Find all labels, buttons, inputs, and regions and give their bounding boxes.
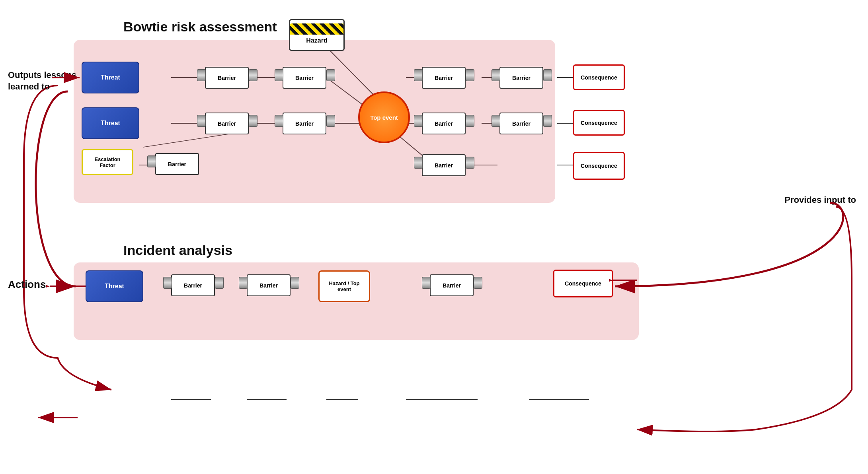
- reel-2-1-right: [249, 115, 257, 127]
- top-event-circle: Top event: [358, 91, 410, 143]
- reel-r1-2-left: [492, 69, 500, 81]
- consequence-box-1: Consequence: [573, 64, 625, 90]
- incident-reel-3-right: [474, 277, 482, 289]
- reel-r2-2-right: [543, 115, 552, 127]
- reel-1-2-left: [275, 69, 283, 81]
- incident-title: Incident analysis: [123, 243, 232, 258]
- reel-r1-1-right: [466, 69, 474, 81]
- barrier-box-2-1: Barrier: [205, 113, 249, 134]
- barrier-box-r3: Barrier: [422, 154, 466, 176]
- reel-1-1-left: [197, 69, 206, 81]
- hazard-stripes: [290, 23, 343, 35]
- barrier-box-1-1: Barrier: [205, 67, 249, 89]
- reel-r2-1-left: [414, 115, 423, 127]
- barrier-box-r1-1: Barrier: [422, 67, 466, 89]
- incident-barrier-2: Barrier: [247, 274, 291, 296]
- consequence-box-2: Consequence: [573, 110, 625, 136]
- barrier-box-1-2: Barrier: [283, 67, 326, 89]
- bowtie-title: Bowtie risk assessment: [123, 19, 277, 35]
- reel-1-2-right: [326, 69, 335, 81]
- barrier-box-r2-1: Barrier: [422, 113, 466, 134]
- reel-r3-right: [466, 157, 474, 169]
- incident-reel-1-left: [163, 277, 172, 289]
- incident-reel-3-left: [422, 277, 431, 289]
- actions-label: Actions: [8, 278, 46, 291]
- consequence-box-3: Consequence: [573, 152, 625, 180]
- incident-reel-2-left: [239, 277, 248, 289]
- hazard-label: Hazard: [304, 35, 330, 47]
- reel-r2-1-right: [466, 115, 474, 127]
- incident-barrier-3: Barrier: [430, 274, 474, 296]
- escalation-box: Escalation Factor: [82, 149, 133, 175]
- barrier-box-esc: Barrier: [155, 153, 199, 175]
- reel-2-2-right: [326, 115, 335, 127]
- reel-1-1-right: [249, 69, 257, 81]
- reel-r1-1-left: [414, 69, 423, 81]
- reel-r1-2-right: [543, 69, 552, 81]
- reel-esc-left: [147, 155, 156, 167]
- barrier-box-r1-2: Barrier: [499, 67, 543, 89]
- incident-barrier-1: Barrier: [171, 274, 215, 296]
- threat-box-2: Threat: [82, 107, 139, 139]
- provides-label: Provides input to: [784, 195, 856, 205]
- reel-r3-left: [414, 157, 423, 169]
- threat-box-1: Threat: [82, 62, 139, 93]
- reel-r2-2-left: [492, 115, 500, 127]
- hazard-box: Hazard: [289, 19, 345, 51]
- reel-2-2-left: [275, 115, 283, 127]
- incident-reel-1-right: [215, 277, 224, 289]
- incident-reel-2-right: [291, 277, 299, 289]
- reel-2-1-left: [197, 115, 206, 127]
- incident-threat-box: Threat: [86, 270, 143, 302]
- barrier-box-2-2: Barrier: [283, 113, 326, 134]
- barrier-box-r2-2: Barrier: [499, 113, 543, 134]
- hazard-top-event-box: Hazard / Top event: [318, 270, 370, 302]
- incident-consequence: Consequence: [553, 270, 613, 297]
